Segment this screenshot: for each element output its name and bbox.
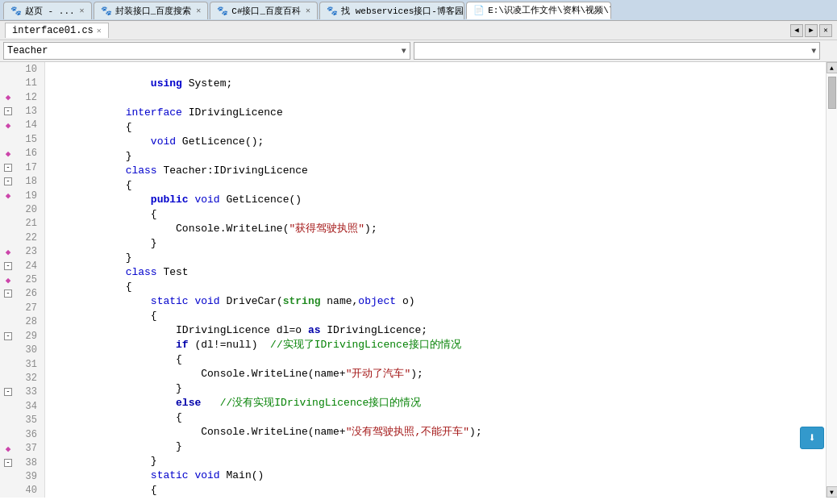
code-editor: 10 11 ◆ 12 - 13 [0, 62, 837, 498]
code-line-25: static void DriveCar(string name,object … [50, 280, 826, 294]
line-num-40: 40 [16, 485, 40, 496]
line-num-31: 31 [16, 359, 40, 370]
tab5-icon: 📄 [473, 5, 485, 15]
code-line-20: Console.WriteLine("获得驾驶执照"); [50, 207, 826, 222]
scroll-up-button[interactable]: ▲ [827, 62, 838, 73]
gutter-row-21: 21 [0, 217, 44, 231]
ide-tab-close-icon[interactable]: ✕ [97, 26, 102, 35]
gutter-row-27: 27 [0, 301, 44, 314]
tab1-icon: 🐾 [10, 6, 22, 16]
class-dropdown-value: Teacher [7, 45, 48, 56]
line-num-10: 10 [16, 64, 40, 75]
fold-icon-29[interactable]: - [4, 332, 12, 340]
gutter-icons-14: ◆ [0, 120, 16, 131]
line-num-35: 35 [16, 414, 40, 426]
gutter-row-30: 30 [0, 343, 44, 356]
gutter-row-17: - 17 [0, 160, 44, 174]
tab3-icon: 🐾 [217, 6, 228, 16]
nav-next-button[interactable]: ▶ [805, 24, 818, 37]
tab3-close[interactable]: ✕ [306, 6, 310, 15]
ide-titlebar: interface01.cs ✕ ◀ ▶ ✕ [0, 21, 837, 40]
line-num-12: 12 [16, 92, 40, 103]
gutter-diamond-12: ◆ [6, 92, 11, 102]
line-num-19: 19 [16, 190, 40, 202]
browser-window: 🐾 赵页 - ... ✕ 🐾 封装接口_百度搜索 ✕ 🐾 C#接口_百度百科 ✕… [0, 0, 837, 498]
scroll-thumb[interactable] [828, 77, 836, 109]
ide-filename: interface01.cs [12, 25, 94, 36]
gutter-row-39: 39 [0, 469, 44, 483]
line-num-26: 26 [16, 288, 40, 299]
scroll-track [827, 73, 837, 486]
tab2-close[interactable]: ✕ [196, 6, 201, 15]
vertical-scrollbar[interactable]: ▲ ▼ [826, 62, 837, 498]
download-button[interactable]: ⬇ [800, 427, 824, 449]
gutter-row-23: ◆ 23 [0, 244, 44, 258]
code-content[interactable]: using System; interface IDrivingLicence … [45, 62, 826, 498]
gutter-row-14: ◆ 14 [0, 119, 44, 132]
line-num-32: 32 [16, 373, 40, 384]
fold-icon-33[interactable]: - [4, 388, 12, 396]
line-num-27: 27 [16, 302, 40, 314]
browser-tab-3[interactable]: 🐾 C#接口_百度百科 ✕ [210, 2, 318, 19]
gutter-row-40: 40 [0, 484, 44, 498]
gutter-row-35: 35 [0, 414, 44, 427]
scroll-down-button[interactable]: ▼ [827, 486, 838, 498]
code-line-39: Teacher t=new Teacher(); [50, 483, 826, 498]
fold-icon-18[interactable]: - [4, 177, 12, 185]
line-num-37: 37 [16, 443, 40, 454]
line-num-23: 23 [16, 246, 40, 257]
code-line-10: using System; [50, 62, 826, 77]
gutter-row-22: 22 [0, 231, 44, 244]
line-gutter: 10 11 ◆ 12 - 13 [0, 62, 45, 498]
gutter-icons-12: ◆ [0, 92, 16, 102]
code-line-23: class Test [50, 251, 826, 265]
line-num-36: 36 [16, 429, 40, 440]
tab2-label: 封装接口_百度搜索 [115, 5, 192, 17]
nav-close-button[interactable]: ✕ [819, 24, 832, 37]
nav-prev-button[interactable]: ◀ [790, 24, 803, 37]
browser-tab-1[interactable]: 🐾 赵页 - ... ✕ [3, 2, 92, 19]
class-dropdown[interactable]: Teacher ▼ [3, 42, 410, 60]
line-num-21: 21 [16, 218, 40, 229]
gutter-row-13: - 13 [0, 104, 44, 118]
line-num-38: 38 [16, 457, 40, 469]
gutter-row-34: 34 [0, 399, 44, 413]
fold-icon-26[interactable]: - [4, 289, 12, 298]
gutter-row-33: - 33 [0, 385, 44, 399]
gutter-row-25: ◆ 25 [0, 273, 44, 286]
tab1-close[interactable]: ✕ [80, 6, 85, 15]
line-num-24: 24 [16, 260, 40, 272]
gutter-diamond-23: ◆ [6, 247, 11, 257]
dropdown-bar: Teacher ▼ ▼ [0, 40, 837, 62]
member-dropdown[interactable]: ▼ [414, 42, 821, 60]
gutter-row-26: - 26 [0, 287, 44, 301]
tab4-label: 找 webservices接口-博客园找找看 [341, 5, 464, 17]
ide-file-tab[interactable]: interface01.cs ✕ [5, 23, 109, 38]
gutter-diamond-19: ◆ [6, 190, 11, 201]
gutter-row-19: ◆ 19 [0, 189, 44, 202]
gutter-icons-19: ◆ [0, 190, 16, 201]
browser-tab-5[interactable]: 📄 E:\识凌工作文件\资料\视频\了... ✕ [466, 2, 611, 19]
fold-icon-24[interactable]: - [4, 262, 12, 270]
browser-tab-4[interactable]: 🐾 找 webservices接口-博客园找找看 ✕ [319, 2, 464, 19]
gutter-row-28: 28 [0, 315, 44, 329]
line-num-15: 15 [16, 134, 40, 145]
gutter-icons-37: ◆ [0, 444, 16, 454]
fold-icon-13[interactable]: - [4, 107, 12, 115]
gutter-row-18: - 18 [0, 174, 44, 188]
gutter-icons-23: ◆ [0, 247, 16, 257]
gutter-icons-24: - [0, 262, 16, 270]
gutter-icons-38: - [0, 459, 16, 467]
gutter-icons-13: - [0, 107, 16, 115]
gutter-diamond-37: ◆ [6, 444, 11, 454]
fold-icon-17[interactable]: - [4, 164, 12, 172]
download-icon: ⬇ [808, 430, 816, 446]
line-num-25: 25 [16, 274, 40, 285]
browser-tab-2[interactable]: 🐾 封装接口_百度搜索 ✕ [94, 2, 209, 19]
gutter-row-31: 31 [0, 357, 44, 371]
tab2-icon: 🐾 [101, 6, 112, 16]
line-num-33: 33 [16, 386, 40, 398]
gutter-icons-26: - [0, 289, 16, 298]
fold-icon-38[interactable]: - [4, 459, 12, 467]
line-num-17: 17 [16, 162, 40, 173]
